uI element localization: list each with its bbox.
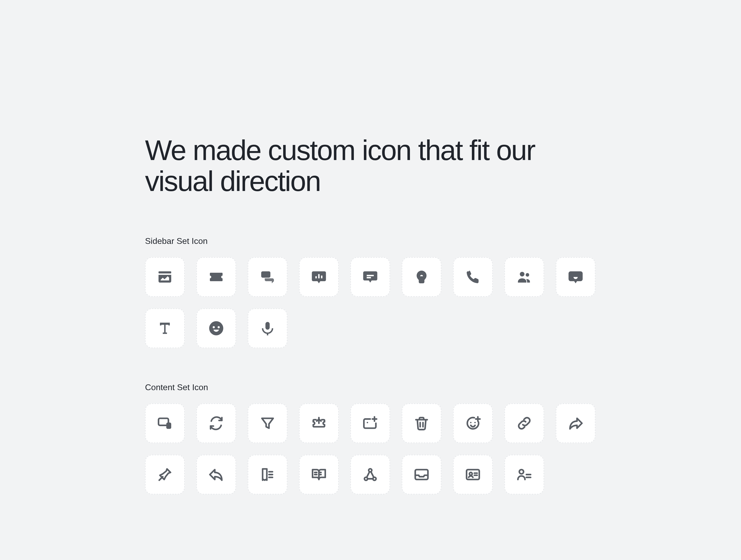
svg-point-16 [469,473,472,475]
svg-point-8 [367,422,368,423]
content-set-label: Content Set Icon [145,382,600,392]
people-icon [504,257,544,297]
book-open-icon [299,455,339,494]
refresh-icon [196,403,236,443]
svg-rect-7 [166,423,171,429]
headline: We made custom icon that fit our visual … [145,135,600,197]
smiley-icon [196,308,236,348]
pin-icon [145,455,185,494]
ticket-icon [196,257,236,297]
svg-rect-5 [265,322,270,330]
nodes-icon [350,455,390,494]
svg-point-9 [470,422,471,423]
svg-point-17 [519,470,524,474]
share-icon [556,403,596,443]
filter-icon [248,403,287,443]
id-card-icon [453,455,493,494]
user-list-icon [504,455,544,494]
trash-icon [402,403,442,443]
svg-point-10 [474,422,476,423]
smiley-add-icon [453,403,493,443]
svg-point-4 [526,273,529,277]
comment-icon [350,257,390,297]
lightbulb-icon [402,257,442,297]
chats-icon [248,257,287,297]
content-icon-grid [145,403,611,494]
sidebar-icon-grid [145,257,611,348]
image-add-icon [350,403,390,443]
chart-bars-icon [299,257,339,297]
icon-showcase: We made custom icon that fit our visual … [145,135,600,529]
phone-icon [453,257,493,297]
sidebar-set-label: Sidebar Set Icon [145,236,600,246]
card-chart-icon [145,257,185,297]
reply-icon [196,455,236,494]
mic-icon [248,308,287,348]
svg-point-3 [520,272,525,277]
ticket-out-icon [299,403,339,443]
svg-rect-1 [214,273,215,281]
svg-rect-0 [158,271,171,274]
svg-rect-2 [261,271,270,278]
receipt-list-icon [248,455,287,494]
chat-bubble-icon [556,257,596,297]
link-icon [504,403,544,443]
inbox-icon [402,455,442,494]
devices-icon [145,403,185,443]
text-icon [145,308,185,348]
